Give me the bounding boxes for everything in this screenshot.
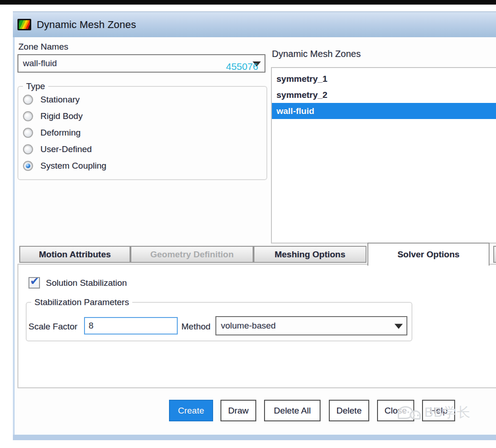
list-item[interactable]: symmetry_2 (272, 87, 496, 103)
tab-label: Meshing Options (275, 250, 345, 260)
zones-listbox[interactable]: symmetry_1 symmetry_2 wall-fluid (271, 67, 496, 244)
type-option-user-defined[interactable]: User-Defined (18, 141, 266, 158)
wechat-bubble-small-icon (410, 410, 421, 420)
zone-names-value: wall-fluid (23, 58, 57, 68)
zone-names-label: Zone Names (18, 42, 68, 52)
stabilization-parameters-legend: Stabilization Parameters (31, 297, 132, 307)
radio-icon[interactable] (23, 128, 33, 138)
checkmark-icon: ✔ (30, 275, 39, 288)
button-label: Delete All (274, 406, 310, 416)
view-count-overlay: 455076 (226, 61, 258, 72)
radio-icon[interactable] (23, 111, 33, 121)
method-label: Method (181, 322, 210, 332)
method-value: volume-based (221, 321, 276, 331)
button-label: Draw (228, 406, 248, 416)
radio-icon[interactable] (23, 144, 33, 154)
zones-list-label: Dynamic Mesh Zones (272, 49, 361, 59)
tab-solver-options[interactable]: Solver Options (367, 243, 490, 266)
screenshot-root: Dynamic Mesh Zones Zone Names wall-fluid… (0, 0, 496, 448)
fluent-contour-icon (17, 19, 31, 30)
delete-all-button[interactable]: Delete All (264, 400, 321, 421)
tab-label: Solver Options (397, 250, 459, 260)
radio-icon[interactable] (23, 95, 33, 105)
button-label: Create (178, 406, 204, 416)
channel-watermark: BB学长 (398, 403, 471, 422)
method-dropdown[interactable]: volume-based (215, 316, 407, 335)
tab-partial-cutoff (493, 246, 496, 263)
tab-meshing-options[interactable]: Meshing Options (254, 246, 366, 263)
scale-factor-label: Scale Factor (28, 322, 78, 332)
draw-button[interactable]: Draw (220, 400, 256, 421)
scale-factor-input[interactable] (84, 317, 178, 335)
radio-label: User-Defined (40, 144, 92, 154)
tab-label: Geometry Definition (150, 250, 234, 260)
chevron-down-icon[interactable] (395, 324, 403, 329)
radio-label: Rigid Body (40, 111, 83, 121)
delete-button[interactable]: Delete (329, 400, 369, 421)
type-group-legend: Type (23, 81, 48, 91)
solution-stabilization-label: Solution Stabilization (46, 278, 127, 288)
list-item[interactable]: wall-fluid (272, 103, 496, 119)
type-group: Type Stationary Rigid Body Deforming Use… (17, 81, 267, 180)
dialog-title: Dynamic Mesh Zones (37, 19, 136, 31)
type-option-system-coupling[interactable]: System Coupling (18, 158, 266, 174)
list-item[interactable]: symmetry_1 (272, 71, 496, 87)
solution-stabilization-checkbox[interactable]: ✔ (28, 277, 40, 289)
video-letterbox (0, 0, 496, 5)
button-label: Delete (337, 406, 362, 416)
type-option-deforming[interactable]: Deforming (18, 125, 266, 141)
radio-icon[interactable] (23, 161, 33, 171)
tab-geometry-definition: Geometry Definition (130, 246, 254, 263)
dialog-titlebar[interactable]: Dynamic Mesh Zones (13, 11, 496, 37)
type-option-stationary[interactable]: Stationary (18, 91, 266, 108)
radio-label: System Coupling (40, 161, 107, 171)
create-button[interactable]: Create (169, 400, 213, 421)
tab-motion-attributes[interactable]: Motion Attributes (19, 246, 130, 263)
dynamic-mesh-zones-dialog: Dynamic Mesh Zones Zone Names wall-fluid… (13, 11, 496, 440)
watermark-text: BB学长 (424, 403, 471, 422)
tab-label: Motion Attributes (39, 250, 111, 260)
radio-label: Deforming (40, 128, 81, 138)
dialog-bottom-edge (13, 435, 496, 440)
radio-label: Stationary (40, 95, 80, 105)
type-option-rigid-body[interactable]: Rigid Body (18, 108, 266, 125)
